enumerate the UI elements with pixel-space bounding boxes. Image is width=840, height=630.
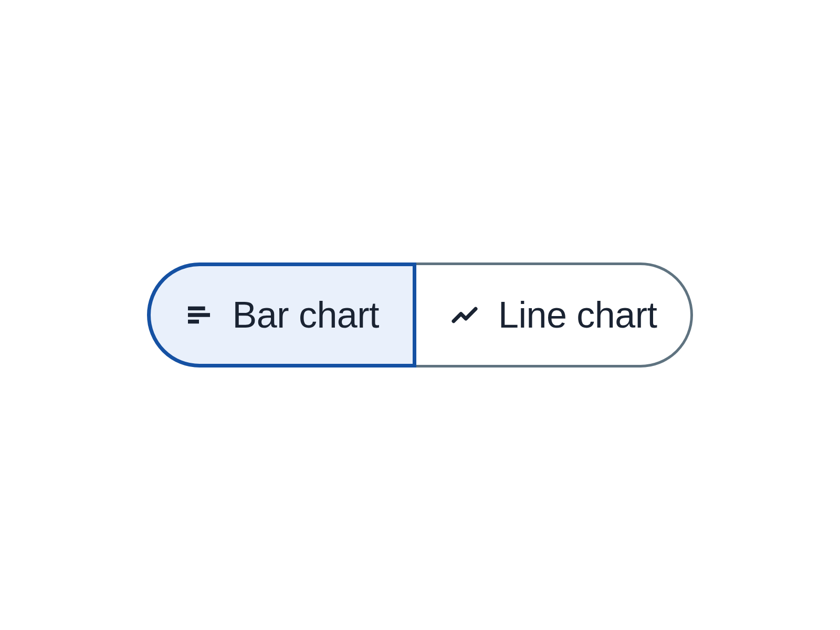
svg-rect-1 bbox=[188, 313, 210, 317]
line-chart-icon bbox=[450, 300, 479, 330]
bar-chart-icon bbox=[184, 300, 214, 330]
bar-chart-option[interactable]: Bar chart bbox=[147, 262, 417, 368]
svg-rect-0 bbox=[188, 307, 205, 310]
chart-type-toggle: Bar chart Line chart bbox=[147, 262, 694, 368]
line-chart-option[interactable]: Line chart bbox=[414, 262, 693, 368]
line-chart-label: Line chart bbox=[498, 294, 657, 336]
svg-rect-2 bbox=[188, 320, 199, 323]
bar-chart-label: Bar chart bbox=[233, 294, 380, 336]
